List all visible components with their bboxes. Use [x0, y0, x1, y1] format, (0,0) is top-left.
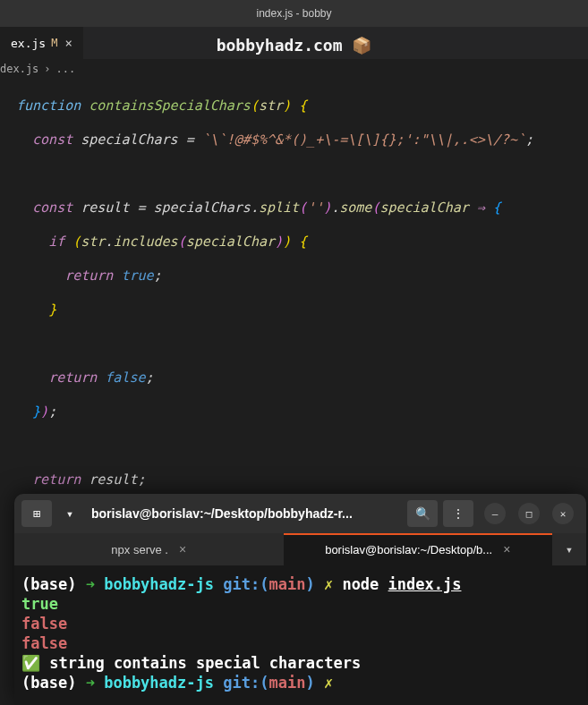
window-controls: — □ ✕ — [479, 503, 579, 524]
terminal-header: ⊞ ▾ borislav@borislav:~/Desktop/bobbyhad… — [14, 494, 586, 533]
breadcrumb-more: ... — [56, 59, 76, 79]
code-line: return result; — [16, 471, 588, 488]
code-line: } — [16, 302, 588, 319]
tab-close-icon[interactable]: × — [179, 542, 186, 556]
terminal-line: false — [21, 614, 579, 633]
window-title-bar: index.js - bobby — [0, 0, 588, 27]
breadcrumb-file: dex.js — [0, 59, 38, 79]
code-line: const result = specialChars.split('').so… — [16, 200, 588, 217]
tab-close-icon[interactable]: × — [63, 36, 72, 50]
terminal-title: borislav@borislav:~/Desktop/bobbyhadz-r.… — [88, 506, 402, 521]
terminal-line: false — [21, 633, 579, 653]
new-window-icon[interactable]: ⊞ — [21, 500, 52, 527]
code-line — [16, 437, 588, 454]
terminal-line: (base) ➜ bobbyhadz-js git:(main) ✗ — [21, 673, 579, 692]
tab-filename: ex.js — [11, 37, 46, 50]
terminal-line: true — [21, 594, 579, 614]
terminal-line: (base) ➜ bobbyhadz-js git:(main) ✗ node … — [21, 574, 579, 594]
code-line: }); — [16, 403, 588, 420]
dropdown-icon[interactable]: ▾ — [57, 500, 82, 527]
terminal-tab-label: borislav@borislav:~/Desktop/b... — [325, 543, 492, 556]
search-icon[interactable]: 🔍 — [407, 500, 438, 527]
modified-badge: M — [51, 37, 57, 49]
code-line: return true; — [16, 268, 588, 285]
code-line: return false; — [16, 369, 588, 386]
breadcrumb-separator-icon: › — [44, 59, 50, 79]
terminal-tab-bar: npx serve . × borislav@borislav:~/Deskto… — [14, 533, 586, 565]
terminal-line: ✅ string contains special characters — [21, 653, 579, 673]
editor-tab-bar: ex.js M × — [0, 27, 588, 59]
menu-icon[interactable]: ⋮ — [443, 500, 473, 527]
code-line: if (str.includes(specialChar)) { — [16, 234, 588, 251]
code-line: function containsSpecialChars(str) { — [16, 98, 588, 115]
terminal-tab-label: npx serve . — [111, 543, 168, 556]
breadcrumb[interactable]: dex.js › ... — [0, 59, 588, 79]
code-line — [16, 166, 588, 183]
tab-close-icon[interactable]: × — [503, 542, 510, 556]
terminal-body[interactable]: (base) ➜ bobbyhadz-js git:(main) ✗ node … — [14, 565, 586, 701]
code-line — [16, 336, 588, 352]
minimize-icon[interactable]: — — [484, 503, 506, 524]
maximize-icon[interactable]: □ — [518, 503, 540, 524]
terminal-tab-active[interactable]: borislav@borislav:~/Desktop/b... × — [284, 533, 553, 565]
editor-tab[interactable]: ex.js M × — [0, 27, 83, 59]
terminal-window: ⊞ ▾ borislav@borislav:~/Desktop/bobbyhad… — [14, 494, 586, 705]
window-title: index.js - bobby — [256, 7, 331, 20]
code-line: const specialChars = `\`!@#$%^&*()_+\-=\… — [16, 132, 588, 149]
terminal-tab[interactable]: npx serve . × — [14, 533, 284, 565]
new-tab-dropdown-icon[interactable]: ▾ — [552, 533, 586, 565]
close-icon[interactable]: ✕ — [552, 503, 574, 524]
